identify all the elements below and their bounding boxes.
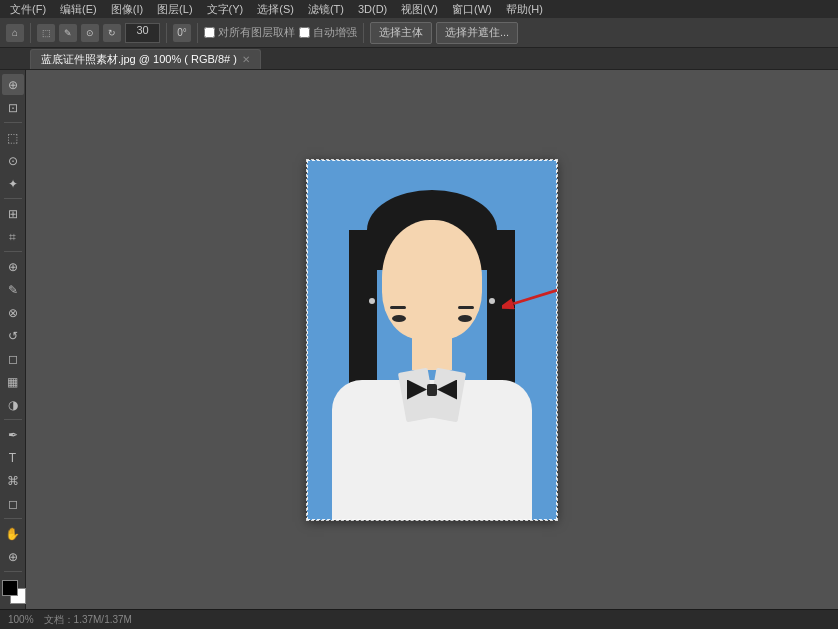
tool-eraser[interactable]: ◻ — [2, 348, 24, 369]
tool-text[interactable]: T — [2, 447, 24, 468]
tool-move[interactable]: ⊕ — [2, 74, 24, 95]
tool-path[interactable]: ⌘ — [2, 470, 24, 491]
document-tab[interactable]: 蓝底证件照素材.jpg @ 100% ( RGB/8# ) ✕ — [30, 49, 261, 69]
menu-image[interactable]: 图像(I) — [105, 1, 149, 18]
tool-quickselect[interactable]: ✦ — [2, 173, 24, 194]
sample-all-label: 对所有图层取样 — [218, 25, 295, 40]
foreground-color-swatch[interactable] — [2, 580, 18, 596]
tool-sep-3 — [4, 251, 22, 252]
menu-file[interactable]: 文件(F) — [4, 1, 52, 18]
bowtie — [407, 375, 457, 405]
bowtie-left-wing — [407, 380, 427, 400]
color-swatch-area — [2, 580, 24, 609]
menu-select[interactable]: 选择(S) — [251, 1, 300, 18]
auto-enhance-label: 自动增强 — [313, 25, 357, 40]
main-area: ⊕ ⊡ ⬚ ⊙ ✦ ⊞ ⌗ ⊕ ✎ ⊗ ↺ ◻ ▦ ◑ ✒ T ⌘ ◻ ✋ ⊕ — [0, 70, 838, 609]
tool-gradient[interactable]: ▦ — [2, 371, 24, 392]
tab-zoom-value: 100% — [153, 53, 181, 65]
earring-left — [369, 298, 375, 304]
neck — [412, 330, 452, 370]
menu-layer[interactable]: 图层(L) — [151, 1, 198, 18]
eyebrow-right — [458, 306, 474, 309]
tool-sep-6 — [4, 571, 22, 572]
brush-size-input[interactable]: 30 — [125, 23, 160, 43]
tool-stamp[interactable]: ⊗ — [2, 302, 24, 323]
status-zoom: 100% — [8, 614, 34, 625]
left-toolbar: ⊕ ⊡ ⬚ ⊙ ✦ ⊞ ⌗ ⊕ ✎ ⊗ ↺ ◻ ▦ ◑ ✒ T ⌘ ◻ ✋ ⊕ — [0, 70, 26, 609]
tool-crop[interactable]: ⊞ — [2, 203, 24, 224]
toolbar-sep-1 — [30, 23, 31, 43]
earring-right — [489, 298, 495, 304]
tool-eyedropper[interactable]: ⌗ — [2, 226, 24, 247]
brush-angle-icon[interactable]: ↻ — [103, 24, 121, 42]
bowtie-right-wing — [437, 380, 457, 400]
eye-right — [458, 315, 472, 322]
tool-sep-2 — [4, 198, 22, 199]
menu-type[interactable]: 文字(Y) — [201, 1, 250, 18]
tab-zoom-mode: @ — [139, 53, 153, 65]
home-icon[interactable]: ⌂ — [6, 24, 24, 42]
tool-lasso[interactable]: ⊙ — [2, 150, 24, 171]
face — [382, 220, 482, 340]
eyebrows — [390, 306, 474, 309]
tool-heal[interactable]: ⊕ — [2, 256, 24, 277]
photo-canvas — [307, 160, 557, 520]
toolbar-sep-2 — [166, 23, 167, 43]
menu-filter[interactable]: 滤镜(T) — [302, 1, 350, 18]
toolbar: ⌂ ⬚ ✎ ⊙ ↻ 30 0° 对所有图层取样 自动增强 选择主体 选择并遮住.… — [0, 18, 838, 48]
menu-edit[interactable]: 编辑(E) — [54, 1, 103, 18]
tool-shape[interactable]: ◻ — [2, 493, 24, 514]
tool-history[interactable]: ↺ — [2, 325, 24, 346]
brush-style-icon[interactable]: ⊙ — [81, 24, 99, 42]
red-arrow-annotation — [502, 275, 557, 310]
tab-close-paren: ) — [233, 53, 237, 65]
tab-close-icon[interactable]: ✕ — [242, 54, 250, 65]
select-subject-button[interactable]: 选择主体 — [370, 22, 432, 44]
eyebrow-left — [390, 306, 406, 309]
toolbar-sep-4 — [363, 23, 364, 43]
tab-bar: 蓝底证件照素材.jpg @ 100% ( RGB/8# ) ✕ — [0, 48, 838, 70]
tool-pen[interactable]: ✒ — [2, 424, 24, 445]
menu-help[interactable]: 帮助(H) — [500, 1, 549, 18]
bowtie-center-knot — [427, 384, 437, 396]
status-bar: 100% 文档：1.37M/1.37M — [0, 609, 838, 629]
status-doc-size: 文档：1.37M/1.37M — [44, 613, 132, 627]
brush-angle-display[interactable]: 0° — [173, 24, 191, 42]
auto-enhance-checkbox[interactable]: 自动增强 — [299, 25, 357, 40]
tool-sep-1 — [4, 122, 22, 123]
menu-3d[interactable]: 3D(D) — [352, 2, 393, 16]
tool-zoom[interactable]: ⊕ — [2, 546, 24, 567]
tool-brush[interactable]: ✎ — [2, 279, 24, 300]
eye-left — [392, 315, 406, 322]
menu-bar: 文件(F) 编辑(E) 图像(I) 图层(L) 文字(Y) 选择(S) 滤镜(T… — [0, 0, 838, 18]
brush-mode-icon[interactable]: ✎ — [59, 24, 77, 42]
select-and-mask-button[interactable]: 选择并遮住... — [436, 22, 518, 44]
menu-view[interactable]: 视图(V) — [395, 1, 444, 18]
toolbar-sep-3 — [197, 23, 198, 43]
sample-all-layers-checkbox[interactable]: 对所有图层取样 — [204, 25, 295, 40]
tool-dodge[interactable]: ◑ — [2, 394, 24, 415]
tab-filename: 蓝底证件照素材.jpg @ 100% ( RGB/8# ) — [41, 52, 237, 67]
brush-preset-icon[interactable]: ⬚ — [37, 24, 55, 42]
tab-sep: ( — [184, 53, 188, 65]
tab-filename-text: 蓝底证件照素材.jpg — [41, 53, 136, 65]
tool-sep-5 — [4, 518, 22, 519]
svg-line-1 — [513, 281, 557, 304]
tool-marquee[interactable]: ⬚ — [2, 127, 24, 148]
tab-color-mode: RGB/8# — [191, 53, 230, 65]
tool-sep-4 — [4, 419, 22, 420]
canvas-area[interactable] — [26, 70, 838, 609]
tool-artboard[interactable]: ⊡ — [2, 97, 24, 118]
angle-value: 0° — [177, 27, 187, 38]
tool-hand[interactable]: ✋ — [2, 523, 24, 544]
menu-window[interactable]: 窗口(W) — [446, 1, 498, 18]
eyes — [392, 315, 472, 322]
